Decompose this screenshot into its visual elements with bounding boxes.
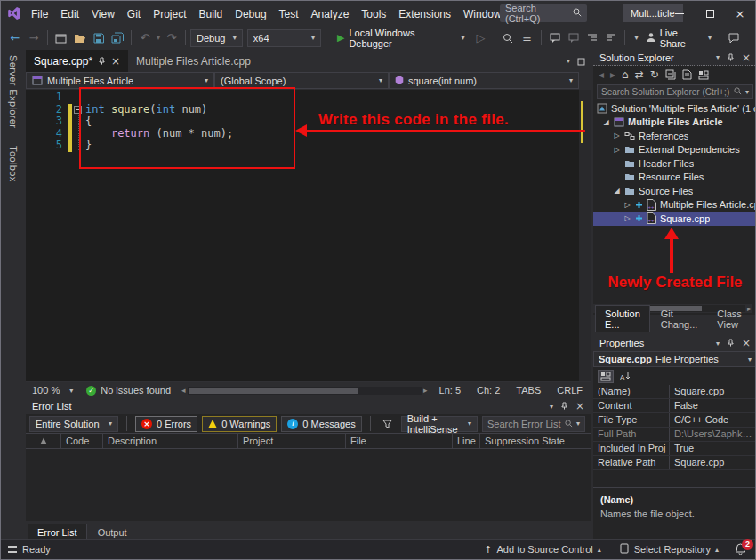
maximize-button[interactable] <box>695 1 725 26</box>
expander-expanded-icon[interactable]: ◢ <box>613 187 621 195</box>
toolbar-overflow-icon[interactable]: ▾ <box>635 34 639 42</box>
collapse-all-icon[interactable] <box>665 69 676 80</box>
scrollbar-thumb[interactable] <box>189 388 358 394</box>
categorize-icon[interactable] <box>598 370 614 383</box>
tab-git-changes[interactable]: Git Chang... <box>652 306 707 332</box>
column-header-suppression-state[interactable]: Suppression State <box>480 434 591 448</box>
new-project-icon[interactable] <box>52 28 70 48</box>
menu-git[interactable]: Git <box>121 8 147 20</box>
tabs-indicator[interactable]: TABS <box>508 385 549 396</box>
sort-alphabetical-icon[interactable]: A <box>618 371 633 382</box>
solution-explorer-header[interactable]: Solution Explorer ▾ × <box>593 50 756 66</box>
menu-build[interactable]: Build <box>193 8 229 20</box>
menu-edit[interactable]: Edit <box>54 8 85 20</box>
live-share-button[interactable]: Live Share ▾ <box>639 28 718 48</box>
undo-dropdown-icon[interactable]: ▾ <box>155 28 162 48</box>
server-explorer-tab[interactable]: Server Explorer <box>8 55 19 128</box>
scrollbar-track[interactable] <box>188 387 422 395</box>
comment-icon[interactable] <box>546 28 564 48</box>
back-icon[interactable]: ◂ <box>599 68 604 81</box>
notifications-button[interactable]: 2 <box>735 543 746 556</box>
errors-filter-button[interactable]: ×0 Errors <box>135 416 197 432</box>
chevron-down-icon[interactable]: ▾ <box>716 340 720 348</box>
find-in-files-icon[interactable] <box>500 28 518 48</box>
select-repository-button[interactable]: Select Repository ▴ <box>612 543 726 556</box>
indent-icon[interactable] <box>583 28 601 48</box>
error-list-body[interactable] <box>26 449 591 521</box>
home-icon[interactable]: ⌂ <box>622 68 629 81</box>
close-tab-icon[interactable]: × <box>111 55 120 68</box>
column-header-code[interactable]: Code <box>61 434 103 448</box>
property-row[interactable]: Relative PathSquare.cpp <box>593 456 756 470</box>
navigate-to-icon[interactable]: ≡ <box>519 28 536 48</box>
error-source-dropdown[interactable]: Build + IntelliSense▾ <box>401 416 478 432</box>
column-header-project[interactable]: Project <box>238 434 346 448</box>
feedback-icon[interactable] <box>725 28 743 48</box>
tree-item-project[interactable]: ◢ Multiple Files Article <box>593 116 756 130</box>
save-all-icon[interactable] <box>109 28 126 48</box>
code-editor[interactable]: 1 2 3 4 5 int square(int num) { return (… <box>26 90 591 381</box>
column-header-description[interactable]: Description <box>103 434 238 448</box>
close-panel-icon[interactable]: × <box>742 338 751 348</box>
tree-item-external-dependencies[interactable]: ▷ External Dependencies <box>593 143 756 157</box>
navigate-forward-icon[interactable]: → <box>25 28 43 48</box>
line-ending-indicator[interactable]: CRLF <box>549 385 591 396</box>
toolbox-tab[interactable]: Toolbox <box>8 146 19 182</box>
pin-icon[interactable] <box>727 338 735 348</box>
tree-item-resource-files[interactable]: Resource Files <box>593 171 756 185</box>
forward-icon[interactable]: ▸ <box>610 68 615 81</box>
horizontal-scrollbar[interactable]: ◂ ▸ <box>181 386 427 395</box>
pin-icon[interactable] <box>560 401 568 412</box>
pin-icon[interactable] <box>98 55 106 68</box>
expander-collapsed-icon[interactable]: ▷ <box>623 201 631 209</box>
chevron-down-icon[interactable]: ▾ <box>550 403 553 411</box>
save-icon[interactable] <box>90 28 108 48</box>
menu-debug[interactable]: Debug <box>229 8 272 20</box>
properties-icon[interactable] <box>698 70 709 80</box>
tree-item-references[interactable]: ▷ References <box>593 129 756 143</box>
vertical-scrollbar[interactable] <box>579 90 591 381</box>
document-health-indicator[interactable]: ✓ No issues found <box>79 385 178 396</box>
severity-column-header[interactable] <box>26 434 61 448</box>
zoom-selector[interactable]: 100 %▾ <box>26 385 79 396</box>
add-to-source-control-button[interactable]: ↑ Add to Source Control ▴ <box>477 544 607 556</box>
navigate-back-icon[interactable]: ← <box>6 28 24 48</box>
uncomment-icon[interactable] <box>565 28 583 48</box>
expander-expanded-icon[interactable]: ◢ <box>602 118 610 126</box>
menu-file[interactable]: File <box>25 8 54 20</box>
start-without-debugging-icon[interactable]: ▷ <box>472 28 490 48</box>
outdent-icon[interactable] <box>602 28 620 48</box>
property-row[interactable]: Full PathD:\Users\Zaphkill\D <box>593 428 756 442</box>
platform-dropdown[interactable]: x64▾ <box>247 29 321 47</box>
scroll-right-icon[interactable]: ▸ <box>423 386 428 395</box>
property-row[interactable]: (Name)Square.cpp <box>593 385 756 399</box>
messages-filter-button[interactable]: i0 Messages <box>281 416 361 432</box>
undo-icon[interactable]: ↶ <box>136 28 154 48</box>
redo-icon[interactable]: ↷ <box>163 28 181 48</box>
background-tasks-icon[interactable] <box>8 546 17 553</box>
close-panel-icon[interactable]: × <box>575 401 584 412</box>
menu-project[interactable]: Project <box>147 8 192 20</box>
tree-item-header-files[interactable]: Header Files <box>593 156 756 171</box>
menu-test[interactable]: Test <box>273 8 305 20</box>
error-search-input[interactable]: Search Error List ▾ <box>482 416 585 432</box>
tab-square-cpp[interactable]: Square.cpp* × <box>26 50 128 72</box>
show-all-files-icon[interactable] <box>682 69 692 80</box>
warnings-filter-button[interactable]: 0 Warnings <box>202 416 277 432</box>
symbol-dropdown[interactable]: square(int num) ▾ <box>389 72 579 89</box>
pin-icon[interactable] <box>727 52 735 63</box>
open-file-icon[interactable] <box>71 28 89 48</box>
filter-icon[interactable] <box>379 416 397 432</box>
quick-search-input[interactable]: Search (Ctrl+Q) <box>500 4 587 22</box>
tree-item-source-files[interactable]: ◢ Source Files <box>593 184 756 198</box>
column-header-line[interactable]: Line <box>453 434 480 448</box>
tree-item-solution[interactable]: Solution 'Multiple Files Article' (1 o <box>593 101 756 116</box>
solution-search-input[interactable]: Search Solution Explorer (Ctrl+;) ▾ <box>597 84 753 99</box>
tree-item-multiple-files-article-cpp[interactable]: ▷ ++ Multiple Files Article.cpp <box>593 198 756 212</box>
properties-header[interactable]: Properties ▾ × <box>593 335 756 351</box>
expander-collapsed-icon[interactable]: ▷ <box>623 214 631 222</box>
scroll-left-icon[interactable]: ◂ <box>181 386 186 395</box>
tab-class-view[interactable]: Class View <box>708 306 756 332</box>
property-row[interactable]: Included In ProjTrue <box>593 442 756 456</box>
menu-tools[interactable]: Tools <box>355 8 392 20</box>
